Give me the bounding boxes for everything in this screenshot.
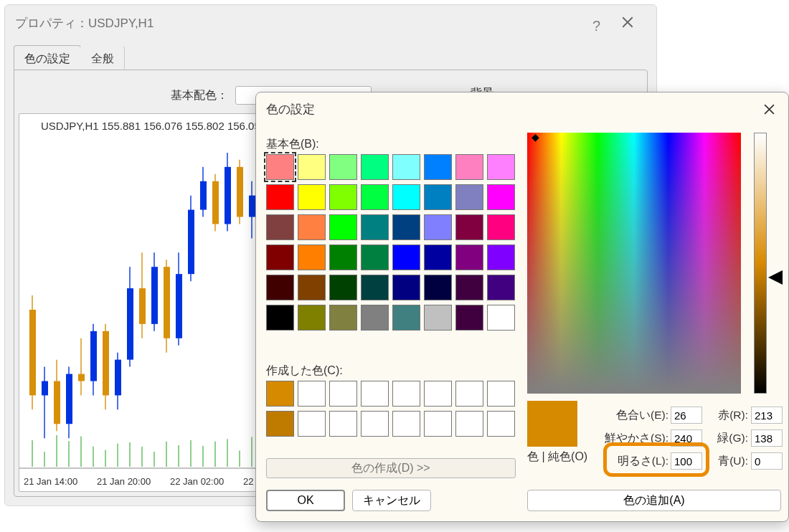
basic-color-cell[interactable] <box>455 154 483 180</box>
basic-color-cell[interactable] <box>298 214 326 240</box>
svg-rect-54 <box>237 167 243 217</box>
basic-color-cell[interactable] <box>361 214 389 240</box>
svg-rect-40 <box>151 267 158 324</box>
basic-color-cell[interactable] <box>266 154 294 180</box>
basic-color-cell[interactable] <box>298 275 326 300</box>
custom-color-cell[interactable] <box>424 411 452 437</box>
basic-color-cell[interactable] <box>329 305 357 331</box>
custom-color-cell[interactable] <box>266 411 294 437</box>
basic-color-cell[interactable] <box>266 244 294 270</box>
basic-color-cell[interactable] <box>487 244 515 270</box>
basic-color-cell[interactable] <box>487 275 515 300</box>
basic-color-cell[interactable] <box>266 305 294 331</box>
close-icon[interactable] <box>615 9 641 35</box>
svg-rect-26 <box>66 374 72 424</box>
custom-color-cell[interactable] <box>298 381 326 407</box>
custom-color-cell[interactable] <box>266 381 294 407</box>
basic-color-cell[interactable] <box>298 154 326 180</box>
green-input[interactable] <box>751 429 783 447</box>
basic-color-cell[interactable] <box>361 305 389 331</box>
svg-rect-38 <box>139 288 146 324</box>
x-tick: 21 Jan 20:00 <box>97 476 151 487</box>
base-scheme-label: 基本配色： <box>171 88 228 103</box>
basic-color-cell[interactable] <box>424 244 452 270</box>
basic-color-cell[interactable] <box>455 305 483 331</box>
basic-color-cell[interactable] <box>392 214 420 240</box>
basic-color-cell[interactable] <box>487 154 515 180</box>
help-icon[interactable]: ? <box>592 18 600 34</box>
basic-color-cell[interactable] <box>424 184 452 210</box>
tab-general[interactable]: 全般 <box>80 45 125 71</box>
basic-color-cell[interactable] <box>392 305 420 331</box>
basic-color-cell[interactable] <box>329 275 357 300</box>
custom-color-cell[interactable] <box>361 381 389 407</box>
basic-color-cell[interactable] <box>392 275 420 300</box>
custom-color-cell[interactable] <box>361 411 389 437</box>
hue-label: 色合い(E): <box>597 408 668 423</box>
basic-color-cell[interactable] <box>329 244 357 270</box>
custom-color-cell[interactable] <box>487 411 515 437</box>
basic-color-cell[interactable] <box>266 184 294 210</box>
define-color-button[interactable]: 色の作成(D) >> <box>266 458 516 478</box>
basic-color-cell[interactable] <box>298 305 326 331</box>
basic-color-cell[interactable] <box>392 154 420 180</box>
red-input[interactable] <box>751 407 783 424</box>
basic-color-cell[interactable] <box>455 275 483 300</box>
basic-color-cell[interactable] <box>424 214 452 240</box>
basic-color-cell[interactable] <box>487 214 515 240</box>
x-tick: 21 Jan 14:00 <box>24 476 77 487</box>
svg-rect-34 <box>115 360 121 396</box>
basic-color-cell[interactable] <box>424 275 452 300</box>
svg-rect-24 <box>54 381 60 424</box>
custom-color-cell[interactable] <box>455 411 483 437</box>
add-color-button[interactable]: 色の追加(A) <box>527 490 781 511</box>
basic-color-cell[interactable] <box>266 275 294 300</box>
x-tick: 22 Jan 02:00 <box>170 476 224 487</box>
svg-rect-22 <box>42 381 48 396</box>
basic-color-cell[interactable] <box>266 214 294 240</box>
ok-button[interactable]: OK <box>266 490 345 511</box>
basic-color-cell[interactable] <box>298 184 326 210</box>
basic-color-cell[interactable] <box>329 154 357 180</box>
custom-color-cell[interactable] <box>424 381 452 407</box>
red-label: 赤(R): <box>707 408 748 423</box>
blue-label: 青(U): <box>707 454 748 469</box>
basic-color-cell[interactable] <box>361 154 389 180</box>
cancel-button[interactable]: キャンセル <box>352 490 431 511</box>
highlight-annotation <box>603 442 709 477</box>
basic-color-cell[interactable] <box>329 214 357 240</box>
basic-color-cell[interactable] <box>424 154 452 180</box>
color-dialog: 色の設定 基本色(B): 作成した色(C): 色の作成(D) >> ◆ 色 | … <box>255 92 789 522</box>
swatch-label: 色 | 純色(O) <box>527 450 587 465</box>
luminance-strip[interactable] <box>754 133 767 394</box>
custom-color-cell[interactable] <box>329 381 357 407</box>
custom-color-row <box>266 411 516 437</box>
basic-color-cell[interactable] <box>392 184 420 210</box>
basic-color-cell[interactable] <box>329 184 357 210</box>
basic-color-cell[interactable] <box>361 184 389 210</box>
basic-color-cell[interactable] <box>424 305 452 331</box>
tab-color[interactable]: 色の設定 <box>14 45 81 71</box>
basic-color-cell[interactable] <box>487 305 515 331</box>
custom-color-cell[interactable] <box>298 411 326 437</box>
custom-color-cell[interactable] <box>392 411 420 437</box>
basic-color-cell[interactable] <box>455 184 483 210</box>
window-title: プロパティ：USDJPY,H1 <box>15 15 153 32</box>
basic-color-cell[interactable] <box>298 244 326 270</box>
basic-color-cell[interactable] <box>361 244 389 270</box>
luminance-arrow-icon[interactable] <box>768 270 783 288</box>
custom-color-cell[interactable] <box>392 381 420 407</box>
svg-rect-52 <box>225 167 231 224</box>
basic-color-cell[interactable] <box>392 244 420 270</box>
blue-input[interactable] <box>751 452 783 470</box>
color-spectrum[interactable]: ◆ <box>527 133 741 394</box>
custom-color-cell[interactable] <box>455 381 483 407</box>
basic-color-cell[interactable] <box>455 214 483 240</box>
close-icon[interactable] <box>757 97 781 121</box>
basic-color-cell[interactable] <box>455 244 483 270</box>
basic-color-cell[interactable] <box>487 184 515 210</box>
basic-color-cell[interactable] <box>361 275 389 300</box>
custom-color-cell[interactable] <box>329 411 357 437</box>
hue-input[interactable] <box>671 407 702 424</box>
custom-color-cell[interactable] <box>487 381 515 407</box>
